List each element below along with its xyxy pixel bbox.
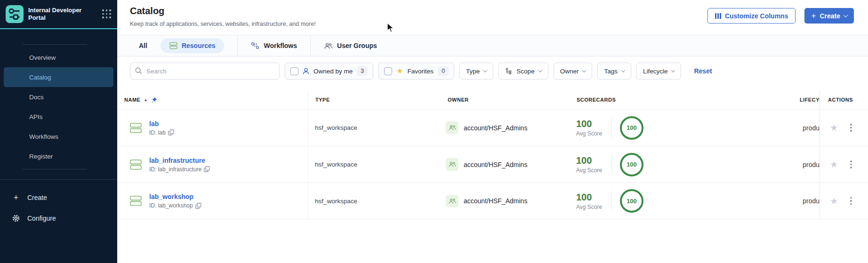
copy-icon[interactable] (195, 203, 201, 209)
owned-by-me-label: Owned by me (313, 68, 353, 75)
scorecard-ring[interactable]: 100 (620, 116, 643, 140)
sidebar-create-label: Create (27, 194, 47, 201)
pin-icon[interactable] (151, 97, 157, 103)
search-icon (135, 67, 142, 74)
catalog-table: NAME ▲ TYPE OWNER SCORECARDS LIFECY ACTI… (117, 90, 868, 219)
lifecycle-value: produ (696, 146, 820, 183)
create-button-label: Create (820, 12, 840, 20)
column-header-lifecycle[interactable]: LIFECY (696, 90, 820, 109)
sidebar-item-catalog[interactable]: Catalog (4, 67, 113, 87)
workspace-entity-icon (130, 122, 142, 134)
scorecard-ring[interactable]: 100 (620, 153, 643, 176)
lifecycle-filter-dropdown[interactable]: Lifecycle (636, 63, 682, 80)
favorite-star-icon[interactable]: ★ (830, 197, 838, 206)
column-header-actions: ACTIONS (820, 90, 868, 109)
user-groups-icon (324, 42, 333, 49)
filter-bar: Owned by me 3 ★ Favorites 0 Type (117, 56, 868, 86)
page-subtitle: Keep track of applications, services, we… (130, 21, 316, 27)
reset-filters-link[interactable]: Reset (694, 67, 712, 75)
sidebar-create-button[interactable]: + Create (0, 187, 117, 208)
favorites-count: 0 (438, 66, 449, 76)
table-row: lab_workshop ID: lab_workshop hsf_worksp… (117, 183, 868, 219)
lifecycle-value: produ (696, 183, 820, 219)
sidebar-item-workflows[interactable]: Workflows (0, 127, 117, 146)
resources-icon (169, 42, 177, 49)
star-icon: ★ (396, 67, 403, 75)
chevron-down-icon (671, 68, 675, 72)
gear-icon (12, 214, 20, 223)
owner-group-icon (446, 158, 458, 171)
entity-type: hsf_workspace (308, 146, 442, 183)
type-filter-dropdown[interactable]: Type (459, 63, 493, 80)
tags-filter-dropdown[interactable]: Tags (597, 63, 631, 80)
app-window: Internal Developer Portal Overview Catal… (0, 0, 868, 263)
favorite-star-icon[interactable]: ★ (830, 123, 838, 132)
column-header-name[interactable]: NAME ▲ (117, 90, 308, 109)
kebab-menu-icon[interactable] (848, 159, 854, 170)
lifecycle-filter-label: Lifecycle (643, 68, 668, 75)
entity-name-link[interactable]: lab_workshop (149, 193, 201, 200)
owner-group-icon (446, 195, 458, 207)
entity-type: hsf_workspace (308, 183, 442, 219)
scorecard-ring[interactable]: 100 (620, 189, 643, 213)
create-button[interactable]: + Create (804, 8, 854, 24)
favorites-label: Favorites (408, 68, 434, 75)
sidebar-item-overview[interactable]: Overview (0, 48, 117, 67)
scope-filter-dropdown[interactable]: Scope (498, 63, 548, 80)
score-divider (611, 191, 612, 211)
column-header-owner[interactable]: OWNER (442, 90, 562, 109)
sidebar-item-docs[interactable]: Docs (0, 87, 117, 107)
chevron-down-icon (844, 13, 848, 17)
avg-score-label: Avg Score (576, 167, 605, 174)
person-icon (303, 68, 309, 75)
search-input[interactable] (130, 63, 280, 80)
search-box (130, 63, 280, 80)
catalog-tabs: All Resources Workflows (117, 35, 868, 56)
tab-resources[interactable]: Resources (161, 38, 225, 53)
favorites-filter[interactable]: ★ Favorites 0 (378, 63, 454, 80)
kebab-menu-icon[interactable] (848, 195, 854, 207)
lifecycle-value: produ (696, 110, 820, 146)
customize-columns-button[interactable]: Customize Columns (707, 8, 796, 24)
owner-filter-dropdown[interactable]: Owner (554, 63, 593, 80)
kebab-menu-icon[interactable] (848, 122, 854, 134)
owned-by-me-checkbox[interactable] (290, 67, 298, 75)
copy-icon[interactable] (204, 166, 210, 172)
columns-icon (715, 13, 721, 19)
page-title: Catalog (130, 6, 316, 16)
sidebar-footer: + Create Configure (0, 187, 117, 229)
sidebar-item-register[interactable]: Register (0, 146, 117, 166)
column-header-scorecards[interactable]: SCORECARDS (562, 90, 696, 109)
entity-id: ID: lab_workshop (149, 202, 193, 209)
sidebar-configure-button[interactable]: Configure (0, 208, 117, 229)
column-header-type[interactable]: TYPE (308, 90, 442, 109)
avg-score-value: 100 (576, 119, 605, 129)
owned-by-me-filter[interactable]: Owned by me 3 (285, 63, 373, 80)
scope-icon (505, 68, 512, 75)
score-divider (611, 118, 612, 138)
workspace-entity-icon (130, 159, 142, 170)
app-switcher-icon[interactable] (102, 9, 112, 19)
app-title: Internal Developer Portal (28, 7, 88, 22)
table-header-row: NAME ▲ TYPE OWNER SCORECARDS LIFECY ACTI… (117, 90, 868, 109)
owner-name: account/HSF_Admins (464, 124, 527, 132)
owner-name: account/HSF_Admins (464, 197, 527, 205)
nav-divider (23, 44, 87, 45)
tab-workflows[interactable]: Workflows (251, 42, 297, 49)
copy-icon[interactable] (168, 129, 174, 135)
avg-score-label: Avg Score (576, 130, 605, 137)
sort-ascending-icon[interactable]: ▲ (144, 98, 147, 102)
tab-user-groups[interactable]: User Groups (324, 42, 377, 49)
avg-score-value: 100 (576, 192, 605, 203)
entity-name-link[interactable]: lab_infrastructure (149, 157, 210, 164)
name-header-label: NAME (124, 97, 140, 103)
workflows-icon (251, 42, 259, 49)
favorites-checkbox[interactable] (384, 67, 392, 75)
chevron-down-icon (538, 68, 542, 72)
sidebar-item-apis[interactable]: APIs (0, 107, 117, 127)
owner-name: account/HSF_Admins (464, 161, 527, 168)
entity-name-link[interactable]: lab (149, 120, 174, 128)
favorite-star-icon[interactable]: ★ (830, 160, 838, 169)
header-actions: Customize Columns + Create (707, 6, 854, 35)
tab-all[interactable]: All (139, 42, 147, 49)
